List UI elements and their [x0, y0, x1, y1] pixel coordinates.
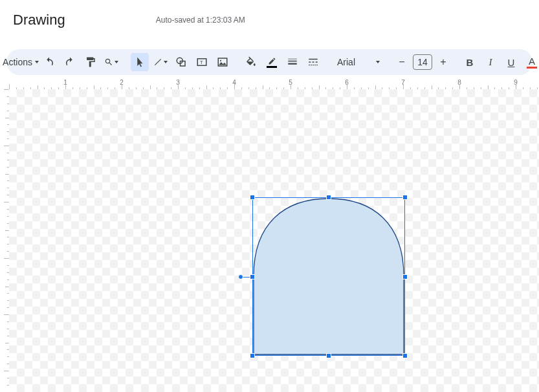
text-color-icon: A — [527, 56, 537, 69]
border-dash-button[interactable] — [304, 53, 322, 71]
border-weight-button[interactable] — [283, 53, 302, 71]
paint-roller-icon — [85, 56, 96, 68]
italic-label: I — [489, 57, 492, 68]
chevron-down-icon — [35, 61, 39, 63]
font-size-group: − + — [395, 54, 450, 70]
fill-color-button[interactable] — [242, 53, 260, 71]
text-color-button[interactable]: A — [523, 53, 539, 71]
ruler-vertical — [0, 89, 9, 392]
image-tool-button[interactable] — [214, 53, 232, 71]
undo-icon — [43, 56, 55, 68]
underline-button[interactable]: U — [502, 53, 520, 71]
image-icon — [217, 56, 228, 68]
textbox-tool-button[interactable]: T — [193, 53, 211, 71]
decrease-font-button[interactable]: − — [395, 55, 409, 69]
chevron-down-icon — [376, 61, 380, 63]
resize-handle-tr[interactable] — [402, 195, 408, 200]
line-icon — [153, 56, 162, 68]
autosave-status: Auto-saved at 1:23:03 AM — [156, 16, 245, 25]
resize-handle-mr[interactable] — [402, 274, 408, 279]
font-size-input[interactable] — [413, 54, 432, 70]
shape-icon — [175, 56, 187, 68]
font-family-label: Arial — [337, 57, 355, 67]
resize-handle-tl[interactable] — [250, 195, 255, 200]
page-title: Drawing — [13, 12, 65, 28]
redo-button[interactable] — [61, 53, 79, 71]
canvas[interactable] — [9, 89, 539, 392]
font-family-selector[interactable]: Arial — [333, 53, 384, 71]
bold-label: B — [467, 57, 474, 68]
shape-tool-button[interactable] — [172, 53, 190, 71]
actions-menu-button[interactable]: Actions — [12, 53, 30, 71]
svg-point-5 — [220, 60, 221, 61]
line-tool-button[interactable] — [151, 53, 170, 71]
cursor-icon — [134, 56, 146, 68]
bold-button[interactable]: B — [461, 53, 479, 71]
paint-bucket-icon — [245, 56, 257, 68]
border-weight-icon — [287, 56, 298, 68]
underline-label: U — [508, 57, 515, 68]
border-dash-icon — [307, 56, 319, 68]
selected-shape[interactable] — [252, 197, 405, 356]
undo-button[interactable] — [40, 53, 58, 71]
resize-handle-ml[interactable] — [250, 274, 255, 279]
resize-handle-bm[interactable] — [326, 353, 331, 358]
header: Drawing Auto-saved at 1:23:03 AM — [0, 0, 539, 38]
resize-handle-tm[interactable] — [326, 195, 331, 200]
select-tool-button[interactable] — [131, 53, 149, 71]
selection-box — [252, 197, 405, 356]
resize-handle-br[interactable] — [402, 353, 408, 358]
redo-icon — [64, 56, 76, 68]
border-color-button[interactable] — [263, 53, 281, 71]
resize-handle-bl[interactable] — [250, 353, 255, 358]
italic-button[interactable]: I — [481, 53, 500, 71]
pencil-icon — [267, 57, 277, 68]
zoom-icon — [104, 56, 113, 68]
svg-text:T: T — [200, 60, 203, 65]
zoom-button[interactable] — [102, 53, 120, 71]
chevron-down-icon — [164, 61, 168, 63]
increase-font-button[interactable]: + — [436, 55, 450, 69]
ruler-horizontal: 123456789 — [9, 78, 539, 89]
chevron-down-icon — [115, 61, 118, 63]
actions-label: Actions — [3, 57, 32, 67]
adjust-handle[interactable] — [238, 274, 243, 279]
textbox-icon: T — [196, 56, 208, 68]
toolbar: Actions T — [6, 49, 533, 75]
paint-format-button[interactable] — [82, 53, 100, 71]
